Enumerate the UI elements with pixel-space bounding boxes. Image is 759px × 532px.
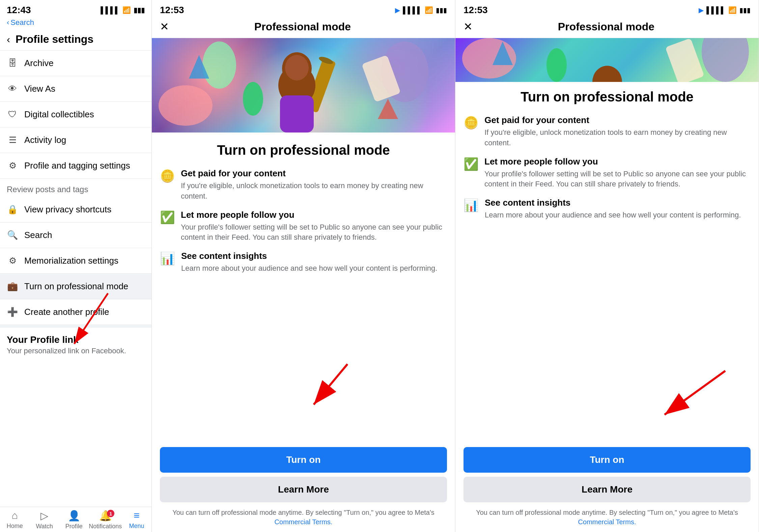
close-button-2[interactable]: ✕	[160, 20, 169, 33]
eye-icon: 👁	[7, 84, 18, 94]
disclaimer-2: You can turn off professional mode anyti…	[160, 508, 447, 532]
nav-home[interactable]: ⌂ Home	[0, 510, 30, 530]
home-label: Home	[7, 523, 23, 530]
settings-item-tagging[interactable]: ⚙ Profile and tagging settings	[0, 153, 151, 179]
settings-item-viewas[interactable]: 👁 View As	[0, 76, 151, 102]
svg-point-8	[243, 82, 263, 116]
feature-title-insights-3: See content insights	[485, 198, 741, 208]
pro-header-2: ✕ Professional mode	[152, 17, 455, 38]
profile-link-subtitle: Your personalized link on Facebook.	[7, 347, 145, 355]
feature-text-paid-3: Get paid for your content If you're elig…	[484, 115, 751, 148]
list-icon: ☰	[7, 135, 18, 145]
lock-icon: 🔒	[7, 204, 18, 215]
svg-point-19	[702, 38, 749, 82]
notifications-label: Notifications	[89, 523, 122, 530]
search-label: Search	[10, 18, 34, 27]
disclaimer-3: You can turn off professional mode anyti…	[463, 508, 751, 532]
svg-point-4	[202, 41, 236, 89]
digital-label: Digital collectibles	[24, 109, 94, 120]
pro-buttons-3: Turn on Learn More You can turn off prof…	[455, 442, 759, 532]
plus-circle-icon: ➕	[7, 307, 18, 317]
viewas-label: View As	[24, 84, 55, 94]
back-button[interactable]: ‹	[7, 34, 10, 45]
settings-item-privacy[interactable]: 🔒 View privacy shortcuts	[0, 197, 151, 223]
pro-content-2: Turn on professional mode 🪙 Get paid for…	[152, 132, 455, 442]
checkmark-icon-2: ✅	[160, 210, 175, 225]
settings-item-digital[interactable]: 🛡 Digital collectibles	[0, 102, 151, 127]
battery-icon-2: ▮▮▮	[436, 6, 447, 14]
signal-icon: ▌▌▌▌	[101, 6, 120, 14]
feature-item-follow-2: ✅ Let more people follow you Your profil…	[160, 210, 447, 243]
wifi-icon: 📶	[122, 6, 131, 14]
svg-point-13	[285, 55, 309, 81]
commercial-terms-link-2[interactable]: Commercial Terms.	[275, 518, 333, 526]
pro-header-3: ✕ Professional mode	[455, 17, 759, 38]
section-label: Review posts and tags	[0, 179, 151, 197]
disclaimer-text-2: You can turn off professional mode anyti…	[172, 509, 434, 516]
feature-item-paid-3: 🪙 Get paid for your content If you're el…	[463, 115, 751, 148]
signal-icon-3: ▌▌▌▌	[706, 6, 726, 14]
settings-item-memorial[interactable]: ⚙ Memorialization settings	[0, 248, 151, 274]
tagging-label: Profile and tagging settings	[24, 160, 130, 171]
feature-title-follow-2: Let more people follow you	[181, 210, 447, 220]
nav-notifications[interactable]: 🔔 1 Notifications	[89, 510, 122, 530]
status-bar-2: 12:53 ▶ ▌▌▌▌ 📶 ▮▮▮	[152, 0, 455, 17]
nav-profile[interactable]: 👤 Profile	[59, 510, 89, 530]
time-1: 12:43	[7, 5, 31, 16]
watch-icon: ▷	[40, 510, 48, 522]
profile-label: Profile	[65, 523, 83, 530]
create-profile-label: Create another profile	[24, 307, 109, 317]
profile-icon: 👤	[68, 510, 80, 522]
feature-text-follow-2: Let more people follow you Your profile'…	[181, 210, 447, 243]
nav-menu[interactable]: ≡ Menu	[122, 510, 151, 530]
feature-title-follow-3: Let more people follow you	[484, 156, 751, 167]
settings-item-promode[interactable]: 💼 Turn on professional mode	[0, 274, 151, 299]
memorial-icon: ⚙	[7, 256, 18, 266]
settings-list: 🗄 Archive 👁 View As 🛡 Digital collectibl…	[0, 51, 151, 507]
back-search[interactable]: ‹ Search	[0, 17, 151, 30]
home-icon: ⌂	[12, 510, 18, 521]
pro-title-2: Professional mode	[174, 21, 431, 33]
money-icon-2: 🪙	[160, 169, 175, 183]
nav-watch[interactable]: ▷ Watch	[30, 510, 59, 530]
profile-link-title: Your Profile link	[7, 334, 145, 345]
settings-item-activitylog[interactable]: ☰ Activity log	[0, 127, 151, 153]
notification-badge: 1	[107, 510, 114, 517]
chart-icon-2: 📊	[160, 252, 175, 266]
disclaimer-text-3: You can turn off professional mode anyti…	[476, 509, 738, 516]
hero-illustration-2	[152, 38, 442, 132]
learn-more-button-3[interactable]: Learn More	[463, 477, 751, 502]
hero-image-3-partial	[455, 38, 759, 82]
activitylog-label: Activity log	[24, 135, 66, 145]
svg-point-15	[291, 69, 303, 76]
commercial-terms-link-3[interactable]: Commercial Terms.	[578, 518, 636, 526]
feature-text-follow-3: Let more people follow you Your profile'…	[484, 156, 751, 190]
settings-item-search[interactable]: 🔍 Search	[0, 223, 151, 248]
status-bar-3: 12:53 ▶ ▌▌▌▌ 📶 ▮▮▮	[455, 0, 759, 17]
hero-image-2	[152, 38, 455, 132]
feature-desc-insights-3: Learn more about your audience and see h…	[485, 210, 741, 220]
close-button-3[interactable]: ✕	[463, 20, 473, 33]
feature-item-insights-3: 📊 See content insights Learn more about …	[463, 198, 751, 220]
status-icons-3: ▶ ▌▌▌▌ 📶 ▮▮▮	[699, 6, 751, 14]
archive-label: Archive	[24, 58, 54, 68]
svg-point-23	[592, 66, 622, 82]
feature-text-insights-3: See content insights Learn more about yo…	[485, 198, 741, 220]
settings-item-archive[interactable]: 🗄 Archive	[0, 51, 151, 76]
chart-icon-3: 📊	[463, 198, 479, 212]
status-bar-1: 12:43 ▌▌▌▌ 📶 ▮▮▮	[0, 0, 151, 17]
settings-item-create-profile[interactable]: ➕ Create another profile	[0, 299, 151, 325]
turn-on-button-3[interactable]: Turn on	[463, 447, 751, 473]
turn-on-button-2[interactable]: Turn on	[160, 447, 447, 473]
watch-label: Watch	[36, 523, 53, 530]
page-title: Profile settings	[16, 33, 93, 46]
feature-text-insights-2: See content insights Learn more about yo…	[181, 251, 437, 274]
professional-mode-panel-3: 12:53 ▶ ▌▌▌▌ 📶 ▮▮▮ ✕ Professional mode	[455, 0, 759, 532]
feature-desc-paid-2: If you're eligible, unlock monetization …	[181, 181, 447, 202]
learn-more-button-2[interactable]: Learn More	[160, 477, 447, 502]
feature-title-insights-2: See content insights	[181, 251, 437, 261]
checkmark-icon-3: ✅	[463, 157, 478, 171]
location-icon-3: ▶	[699, 6, 704, 14]
feature-item-paid-2: 🪙 Get paid for your content If you're el…	[160, 168, 447, 202]
feature-desc-follow-2: Your profile's follower setting will be …	[181, 222, 447, 243]
